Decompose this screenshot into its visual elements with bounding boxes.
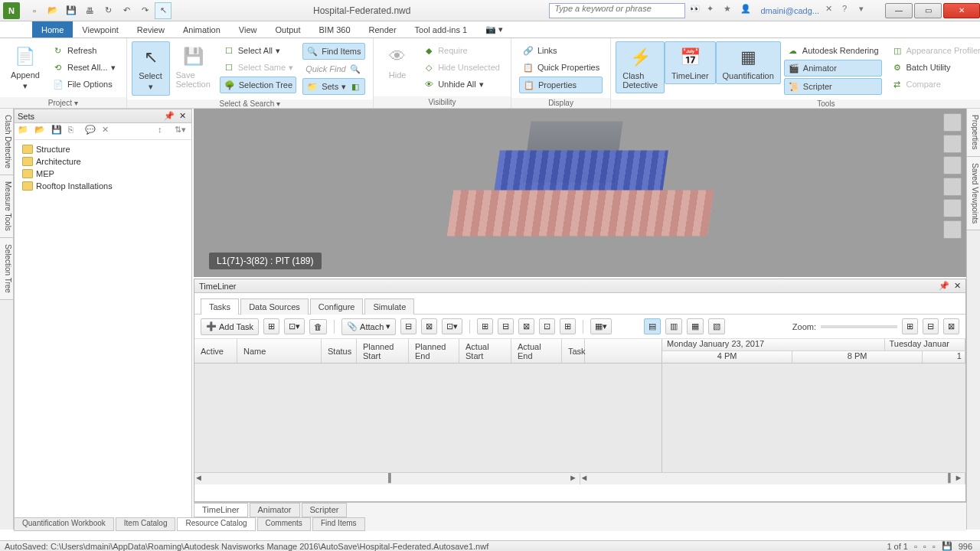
search-icon[interactable]: 🔍 — [349, 63, 361, 75]
maximize-button[interactable]: ▭ — [914, 3, 942, 18]
col-actual-end[interactable]: Actual End — [511, 339, 562, 363]
binoculars-icon[interactable]: 👀 — [690, 4, 704, 18]
vtab-saved-viewpoints[interactable]: Saved Viewpoints — [967, 157, 980, 230]
search-input[interactable] — [554, 4, 680, 13]
print-icon[interactable]: 🖶 — [81, 2, 98, 19]
animator-button[interactable]: 🎬Animator — [784, 60, 882, 77]
new-set-icon[interactable]: 📂 — [34, 125, 48, 139]
tb-icon[interactable]: ⊠ — [943, 318, 959, 334]
help-search[interactable] — [549, 3, 685, 18]
btab2-finditems[interactable]: Find Items — [312, 517, 365, 531]
tb-icon[interactable]: ▦ — [687, 318, 704, 334]
walk-icon[interactable] — [943, 220, 962, 239]
duplicate-icon[interactable]: ⎘ — [68, 125, 82, 139]
x-icon[interactable]: ✕ — [825, 4, 839, 18]
refresh-button[interactable]: ↻Refresh — [49, 43, 119, 58]
pin-icon[interactable]: 📌 — [162, 111, 177, 121]
btab2-quant[interactable]: Quantification Workbook — [14, 517, 114, 531]
sets-panel-icon[interactable]: ◧ — [349, 80, 361, 93]
tab-output[interactable]: Output — [266, 21, 310, 37]
set-item[interactable]: MEP — [16, 168, 190, 180]
attach-button[interactable]: 📎Attach▾ — [341, 318, 396, 335]
pin-icon[interactable]: 📌 — [939, 281, 949, 291]
zoom-slider[interactable] — [821, 325, 897, 328]
scripter-button[interactable]: 📜Scripter — [784, 78, 882, 95]
disk-icon[interactable]: 💾 — [939, 541, 956, 551]
close-icon[interactable]: ✕ — [949, 281, 961, 291]
tb-icon[interactable]: ⊞ — [477, 318, 493, 334]
tb-icon[interactable]: ⊠ — [518, 318, 534, 334]
append-button[interactable]: 📄 Append ▾ — [5, 41, 46, 94]
save-icon[interactable]: 💾 — [63, 2, 80, 19]
quick-find-input[interactable]: Quick Find🔍 — [302, 61, 365, 77]
tab-bim360[interactable]: BIM 360 — [310, 21, 360, 37]
tb-icon[interactable]: ⊟ — [923, 318, 939, 334]
key-icon[interactable]: ✦ — [707, 4, 720, 18]
tb-icon[interactable]: ⊟ — [400, 318, 416, 334]
tl-tab-configure[interactable]: Configure — [310, 298, 364, 315]
col-active[interactable]: Active — [194, 339, 237, 363]
file-options-button[interactable]: 📄File Options — [49, 77, 119, 92]
unhide-all-button[interactable]: 👁Unhide All▾ — [420, 77, 503, 92]
new-icon[interactable]: ▫ — [26, 2, 43, 19]
tl-tab-datasources[interactable]: Data Sources — [240, 298, 309, 315]
insert-task-button[interactable]: ⊞ — [263, 318, 279, 334]
help-icon[interactable]: ? — [842, 4, 856, 18]
select-icon[interactable]: ↖ — [155, 2, 172, 19]
save-set-icon[interactable]: 💾 — [51, 125, 65, 139]
delete-task-button[interactable]: 🗑 — [309, 319, 327, 334]
columns-button[interactable]: ▦▾ — [590, 318, 612, 334]
col-status[interactable]: Status — [322, 339, 357, 363]
gantt-view-icon[interactable]: ▤ — [644, 318, 661, 334]
redo-icon[interactable]: ↷ — [136, 2, 153, 19]
scene-view[interactable]: L1(71)-3(82) : PIT (189) — [194, 109, 966, 277]
delete-icon[interactable]: ✕ — [102, 125, 116, 139]
gantt-body[interactable] — [662, 364, 965, 472]
tb-icon[interactable]: ⊞ — [902, 318, 918, 334]
links-button[interactable]: 🔗Links — [519, 43, 603, 58]
quantification-button[interactable]: ▦Quantification — [716, 41, 781, 84]
look-icon[interactable] — [943, 199, 962, 217]
tab-animation[interactable]: Animation — [174, 21, 230, 37]
user-name[interactable]: dmaini@cadg... — [757, 6, 822, 15]
set-item[interactable]: Rooftop Installations — [16, 180, 190, 192]
btab-timeliner[interactable]: TimeLiner — [194, 503, 248, 517]
set-item[interactable]: Architecture — [16, 155, 190, 168]
tb-icon[interactable]: ⊡ — [539, 318, 555, 334]
tb-icon[interactable]: ⊟ — [498, 318, 514, 334]
tb-icon[interactable]: ⊡▾ — [442, 318, 462, 334]
btab-scripter[interactable]: Scripter — [302, 503, 348, 517]
orbit-icon[interactable] — [943, 178, 962, 196]
tab-view[interactable]: View — [230, 21, 266, 37]
col-planned-end[interactable]: Planned End — [409, 339, 459, 363]
auto-add-button[interactable]: ⊡▾ — [284, 318, 305, 334]
sheet-icon[interactable]: ▫ — [920, 542, 929, 551]
vtab-measure-tools[interactable]: Measure Tools — [0, 175, 13, 238]
tb-icon[interactable]: ⊞ — [560, 318, 576, 334]
tab-review[interactable]: Review — [128, 21, 174, 37]
select-big-button[interactable]: ↖ Select ▾ — [132, 41, 170, 96]
add-task-button[interactable]: ➕Add Task — [201, 318, 259, 335]
vtab-clash-detective[interactable]: Clash Detective — [0, 109, 13, 175]
tab-tooladdins[interactable]: Tool add-ins 1 — [406, 21, 477, 37]
close-button[interactable]: ✕ — [943, 3, 980, 18]
minimize-button[interactable]: — — [885, 3, 913, 18]
btab-animator[interactable]: Animator — [250, 503, 300, 517]
selection-tree-button[interactable]: 🌳Selection Tree — [220, 77, 296, 93]
tl-tab-tasks[interactable]: Tasks — [201, 298, 239, 315]
timeliner-button[interactable]: 📅TimeLiner — [665, 41, 716, 84]
star-icon[interactable]: ★ — [724, 4, 737, 18]
user-icon[interactable]: 👤 — [740, 4, 754, 18]
open-icon[interactable]: 📂 — [44, 2, 61, 19]
vtab-selection-tree[interactable]: Selection Tree — [0, 238, 13, 300]
quick-properties-button[interactable]: 📋Quick Properties — [519, 60, 603, 75]
sheet-icon[interactable]: ▫ — [929, 542, 939, 551]
comment-icon[interactable]: 💬 — [85, 125, 99, 139]
tab-camera-icon[interactable]: 📷 ▾ — [476, 21, 512, 37]
properties-button[interactable]: 📋Properties — [519, 77, 603, 93]
autodesk-rendering-button[interactable]: ☁Autodesk Rendering — [784, 43, 882, 58]
undo-icon[interactable]: ↶ — [118, 2, 135, 19]
tl-tab-simulate[interactable]: Simulate — [364, 298, 414, 315]
btab2-itemcat[interactable]: Item Catalog — [116, 517, 176, 531]
select-all-button[interactable]: ☐Select All▾ — [220, 43, 296, 58]
